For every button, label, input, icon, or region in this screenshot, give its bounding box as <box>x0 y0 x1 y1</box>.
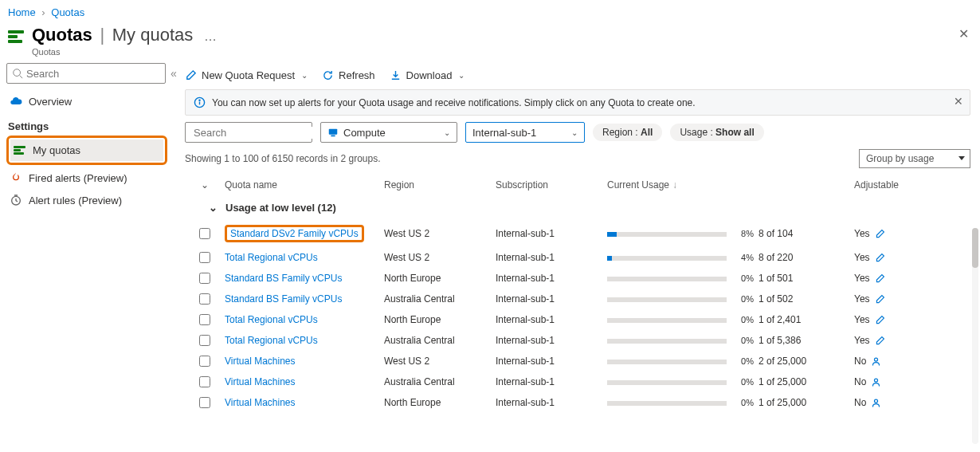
chevron-down-icon: ⌄ <box>444 128 450 137</box>
notice-text: You can now set up alerts for your Quota… <box>212 97 696 108</box>
download-icon <box>390 69 402 81</box>
quota-name-link[interactable]: Virtual Machines <box>225 376 296 387</box>
cell-adjustable: No <box>854 397 934 408</box>
edit-icon[interactable] <box>875 294 885 305</box>
cell-region: North Europe <box>384 397 496 408</box>
row-checkbox[interactable] <box>199 228 210 239</box>
cell-adjustable: No <box>854 376 934 387</box>
edit-icon[interactable] <box>875 336 885 346</box>
chevron-down-icon[interactable]: ⌄ <box>209 202 218 214</box>
row-checkbox[interactable] <box>199 335 210 346</box>
sidebar-item-overview[interactable]: Overview <box>6 90 167 112</box>
breadcrumb-home[interactable]: Home <box>8 6 36 18</box>
quota-name-link[interactable]: Standard BS Family vCPUs <box>225 293 342 305</box>
quota-name-link[interactable]: Standard DSv2 Family vCPUs <box>230 228 359 239</box>
sidebar-item-label: My quotas <box>33 144 80 156</box>
download-button[interactable]: Download ⌄ <box>390 69 465 81</box>
cloud-icon <box>10 95 22 108</box>
col-subscription[interactable]: Subscription <box>496 179 607 191</box>
table-row: Standard DSv2 Family vCPUsWest US 2Inter… <box>185 220 970 247</box>
group-header[interactable]: ⌄ Usage at low level (12) <box>185 195 970 220</box>
row-checkbox[interactable] <box>199 252 210 263</box>
cell-subscription: Internal-sub-1 <box>496 356 607 367</box>
info-icon <box>194 96 206 108</box>
svg-point-12 <box>875 399 878 403</box>
col-adjustable[interactable]: Adjustable <box>854 179 934 191</box>
subscription-select[interactable]: Internal-sub-1 ⌄ <box>465 122 585 143</box>
cell-subscription: Internal-sub-1 <box>496 293 607 305</box>
group-by-select[interactable]: Group by usage <box>859 149 970 168</box>
cell-region: Australia Central <box>384 335 496 346</box>
row-checkbox[interactable] <box>199 356 210 367</box>
clock-icon <box>10 194 22 206</box>
refresh-icon <box>322 69 334 81</box>
filter-bar: Compute ⌄ Internal-sub-1 ⌄ Region : All … <box>185 122 970 143</box>
chevron-down-icon[interactable]: ⌄ <box>201 179 209 191</box>
quota-bars-icon <box>14 146 26 155</box>
edit-icon[interactable] <box>875 253 885 263</box>
refresh-button[interactable]: Refresh <box>322 69 375 81</box>
svg-line-1 <box>20 76 23 79</box>
cell-subscription: Internal-sub-1 <box>496 273 607 284</box>
quota-name-link[interactable]: Standard BS Family vCPUs <box>225 273 342 284</box>
group-label: Usage at low level (12) <box>225 202 336 214</box>
row-checkbox[interactable] <box>199 314 210 325</box>
person-icon[interactable] <box>871 398 881 408</box>
table-row: Standard BS Family vCPUsAustralia Centra… <box>185 289 970 309</box>
row-checkbox[interactable] <box>199 376 210 387</box>
cell-region: West US 2 <box>384 356 496 367</box>
col-quota-name[interactable]: Quota name <box>225 179 384 191</box>
edit-icon[interactable] <box>875 229 885 239</box>
table-row: Virtual MachinesNorth EuropeInternal-sub… <box>185 392 970 413</box>
breadcrumb-quotas[interactable]: Quotas <box>51 6 84 18</box>
quota-name-link[interactable]: Total Regional vCPUs <box>225 314 318 325</box>
scrollbar[interactable] <box>972 228 978 444</box>
table-row: Virtual MachinesWest US 2Internal-sub-10… <box>185 351 970 371</box>
pill-value: All <box>641 127 653 138</box>
sidebar-search[interactable] <box>6 63 166 84</box>
more-icon[interactable]: … <box>204 29 218 43</box>
col-region[interactable]: Region <box>384 179 496 191</box>
sidebar-item-label: Fired alerts (Preview) <box>29 172 127 184</box>
sidebar-item-fired-alerts[interactable]: Fired alerts (Preview) <box>6 167 167 189</box>
cell-usage: 0% <box>607 273 759 284</box>
filter-search[interactable] <box>185 122 312 143</box>
close-icon[interactable]: ✕ <box>958 26 969 41</box>
new-quota-request-button[interactable]: New Quota Request ⌄ <box>185 69 308 81</box>
close-notice-icon[interactable]: ✕ <box>954 95 963 108</box>
edit-icon[interactable] <box>875 315 885 325</box>
quota-name-link[interactable]: Total Regional vCPUs <box>225 252 318 263</box>
provider-select[interactable]: Compute ⌄ <box>320 122 457 143</box>
sidebar-search-input[interactable] <box>26 68 160 80</box>
usage-filter-pill[interactable]: Usage : Show all <box>670 124 763 141</box>
compute-icon <box>327 127 339 138</box>
person-icon[interactable] <box>871 356 881 367</box>
table-row: Total Regional vCPUsWest US 2Internal-su… <box>185 247 970 268</box>
row-checkbox[interactable] <box>199 293 210 305</box>
quota-name-link[interactable]: Virtual Machines <box>225 397 296 408</box>
quota-name-link[interactable]: Total Regional vCPUs <box>225 335 318 346</box>
cell-usage: 0% <box>607 397 759 408</box>
edit-icon[interactable] <box>875 273 885 284</box>
filter-search-input[interactable] <box>194 127 327 139</box>
sidebar-item-label: Alert rules (Preview) <box>29 195 122 206</box>
svg-rect-8 <box>329 129 338 135</box>
region-filter-pill[interactable]: Region : All <box>593 124 662 141</box>
cell-quota: 1 of 501 <box>759 273 854 284</box>
sidebar-item-alert-rules[interactable]: Alert rules (Preview) <box>6 189 167 211</box>
cell-usage: 0% <box>607 314 759 325</box>
cell-quota: 8 of 104 <box>759 228 854 239</box>
fire-icon <box>10 171 22 184</box>
cell-usage: 0% <box>607 356 759 367</box>
sidebar-item-my-quotas[interactable]: My quotas <box>10 140 163 161</box>
quota-name-link[interactable]: Virtual Machines <box>225 356 296 367</box>
col-current-usage[interactable]: Current Usage↓ <box>607 179 759 191</box>
person-icon[interactable] <box>871 377 881 387</box>
quotas-icon <box>8 29 25 44</box>
scrollbar-thumb[interactable] <box>972 228 978 268</box>
service-label: Quotas <box>32 47 218 57</box>
button-label: New Quota Request <box>202 69 295 81</box>
pill-label: Region : <box>602 127 638 138</box>
row-checkbox[interactable] <box>199 397 210 408</box>
row-checkbox[interactable] <box>199 273 210 284</box>
